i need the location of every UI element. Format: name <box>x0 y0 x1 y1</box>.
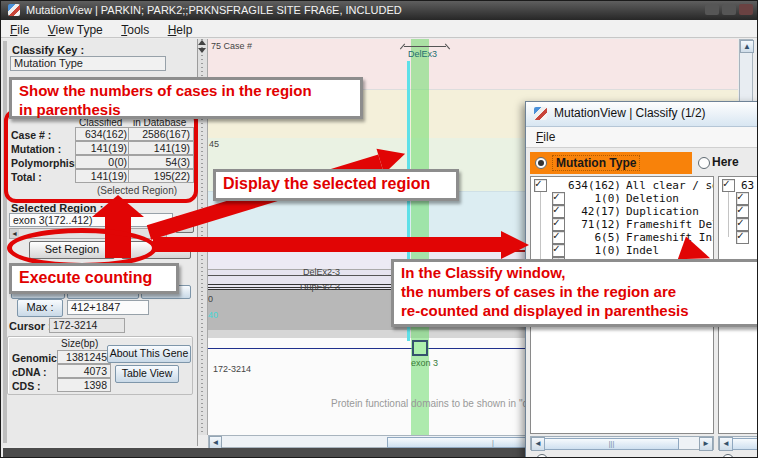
cursor-value: 172-3214 <box>53 319 97 331</box>
table-view-button[interactable]: Table View <box>115 365 179 383</box>
annotation-horizontal-arrow <box>153 237 501 252</box>
mutation-type-header[interactable]: Mutation Type <box>530 152 692 174</box>
slider-up-icon[interactable] <box>198 40 206 45</box>
range-label: 172-3214 <box>213 364 251 374</box>
case-count-label: 75 Case # <box>211 41 252 51</box>
bottom-radio[interactable] <box>536 454 548 458</box>
app-icon <box>8 4 20 16</box>
size-cell: 1398 <box>57 378 111 392</box>
classify-app-icon <box>534 107 547 120</box>
classify-window-title: MutationView | Classify (1/2) <box>554 106 706 120</box>
cursor-label: Cursor : <box>9 320 52 332</box>
exon3-box[interactable] <box>412 340 428 356</box>
max-button[interactable]: Max : <box>17 299 63 317</box>
about-this-gene-button[interactable]: About This Gene <box>107 345 191 363</box>
classify-menu-bar: File <box>526 127 758 148</box>
selected-region-value: exon 3(172..412) <box>13 214 92 226</box>
close-button[interactable] <box>739 4 753 15</box>
item-label: Deletion <box>626 192 679 205</box>
annotation-line: Show the numbers of cases in the region <box>19 82 353 101</box>
arrow-head-icon <box>501 231 529 259</box>
classify-key-value: Mutation Type <box>14 57 83 69</box>
annotation-display-region: Display the selected region <box>213 169 459 201</box>
size-header: Size(bp) <box>61 338 98 349</box>
annotation-line: Execute counting <box>19 268 169 288</box>
dupex23-track-label: DupEx2-3 <box>300 282 340 292</box>
slider-down-icon[interactable] <box>198 48 206 53</box>
tree-line <box>728 189 729 237</box>
annotation-line: the numbers of cases in the region are <box>401 283 751 302</box>
item-count: 634(162) <box>565 179 621 192</box>
delex3-label: DelEx3 <box>408 49 437 59</box>
item-count: 1(0) <box>565 244 621 257</box>
mutationview-main-window: MutationView | PARKIN; PARK2;;PRKNSFRAGI… <box>0 0 758 458</box>
bottom-radio[interactable] <box>722 454 734 458</box>
checkbox-icon[interactable] <box>722 179 735 192</box>
delex23-track-label: DelEx2-3 <box>303 267 340 277</box>
maximize-button[interactable] <box>722 4 736 15</box>
tree-line <box>540 189 541 263</box>
annotation-stats-outline <box>4 109 198 203</box>
main-menu-bar: File View Type Tools Help <box>1 20 758 38</box>
minimize-button[interactable] <box>705 4 719 15</box>
max-field[interactable]: 412+1847 <box>67 300 149 315</box>
mutation-type-header-label: Mutation Type <box>552 155 640 171</box>
item-label: Indel <box>626 244 659 257</box>
classify-left-h-scrollbar[interactable]: ◄ ► ||| <box>530 436 714 450</box>
exon3-label: exon 3 <box>411 358 438 368</box>
second-key-radio[interactable] <box>698 157 710 169</box>
checkbox-icon[interactable] <box>736 231 749 244</box>
mutation-type-radio[interactable] <box>535 157 547 169</box>
size-row-label: cDNA : <box>12 366 47 378</box>
annotation-execute-counting: Execute counting <box>9 263 179 294</box>
annotation-line: in parenthesis <box>19 101 353 120</box>
annotation-line: In the Classify window, <box>401 264 751 283</box>
annotation-line: re-counted and displayed in parenthesis <box>401 302 751 321</box>
cursor-field: 172-3214 <box>49 318 125 333</box>
annotation-set-region-ellipse <box>7 228 157 268</box>
second-key-header-label: Here <box>712 155 739 169</box>
annotation-up-arrow-head <box>92 195 144 217</box>
scroll-left-icon[interactable]: ◄ <box>531 437 545 451</box>
scroll-up-icon[interactable]: ▲ <box>740 40 754 53</box>
size-row-label: CDS : <box>12 380 41 392</box>
annotation-show-numbers: Show the numbers of cases in the region … <box>9 77 363 119</box>
classify-key-field[interactable]: Mutation Type <box>10 56 166 71</box>
tick-45: 45 <box>209 139 219 149</box>
annotation-classify-recount: In the Classify window, the numbers of c… <box>391 259 758 327</box>
menu-tools[interactable]: Tools <box>121 23 149 37</box>
item-count: 71(12) <box>565 218 621 231</box>
checkbox-icon[interactable] <box>534 179 547 192</box>
size-cell: 4073 <box>57 364 111 378</box>
item-count: 42(17) <box>565 205 621 218</box>
main-title-bar[interactable]: MutationView | PARKIN; PARK2;;PRKNSFRAGI… <box>1 1 758 20</box>
scroll-right-icon[interactable]: ► <box>699 437 713 451</box>
classify-key-label: Classify Key : <box>12 44 84 56</box>
item-label: All clear / select <box>626 179 714 192</box>
size-row-label: Genomic : <box>12 352 63 364</box>
tick-0: 0 <box>208 294 213 304</box>
item-label: Frameshift Dele <box>626 218 714 231</box>
window-controls[interactable] <box>705 4 753 15</box>
scrollbar-thumb[interactable] <box>732 438 758 450</box>
menu-file[interactable]: File <box>10 23 29 37</box>
delex3-marker <box>404 46 446 47</box>
item-count: 6(5) <box>565 231 621 244</box>
classify-title-bar[interactable]: MutationView | Classify (1/2) <box>526 102 758 127</box>
classify-right-h-scrollbar[interactable]: ◄ <box>718 436 758 450</box>
annotation-line: Display the selected region <box>223 174 449 194</box>
size-cell: 1381245 <box>57 350 111 364</box>
scrollbar-thumb[interactable]: ||| <box>544 438 679 450</box>
item-label: Duplication <box>626 205 699 218</box>
max-value: 412+1847 <box>71 301 120 313</box>
menu-help[interactable]: Help <box>168 23 193 37</box>
menu-view-type[interactable]: View Type <box>48 23 103 37</box>
classify-menu-file[interactable]: File <box>536 130 555 144</box>
tick-40: 40 <box>208 310 218 320</box>
main-window-title: MutationView | PARKIN; PARK2;;PRKNSFRAGI… <box>26 4 402 16</box>
scroll-left-icon[interactable]: ◄ <box>719 437 733 451</box>
item-count: 1(0) <box>565 192 621 205</box>
